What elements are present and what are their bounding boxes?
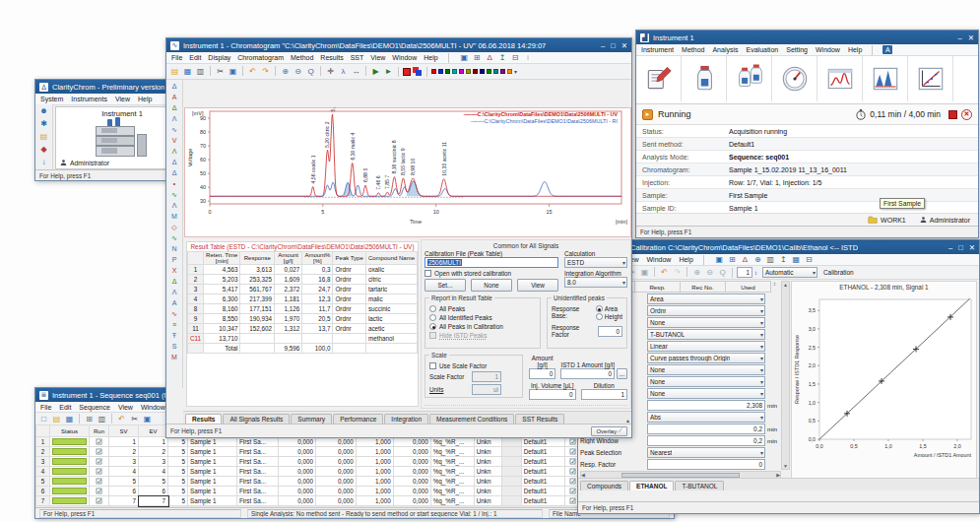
property-select-5[interactable]: Linear▾ (647, 341, 765, 352)
menu-help[interactable]: Help (138, 96, 152, 102)
property-select-6[interactable]: Curve passes through Origin▾ (647, 353, 765, 363)
menu-results[interactable]: Results (320, 54, 343, 61)
logged-user[interactable]: Administrator (60, 159, 109, 166)
peak-tool-icon-6[interactable]: V (172, 136, 177, 146)
column-header-status[interactable]: Status (50, 425, 90, 437)
ev-cell[interactable]: 7 (139, 496, 168, 506)
sequence-row-1[interactable]: 1115Sample 1First Sa...0,0000,0001,0000,… (36, 437, 609, 447)
table-row[interactable]: 46,300217,3991,18112,3Ordnrmalic (188, 294, 418, 304)
signal-color-6[interactable] (466, 69, 471, 74)
dilution-input[interactable]: 1 (581, 389, 628, 400)
istd-amount-input[interactable]: 0 (560, 368, 615, 379)
use-scale-checkbox[interactable]: Use Scale Factor (429, 362, 518, 369)
signal-spinner[interactable]: 1 (737, 267, 752, 278)
titlebar-calibration[interactable]: ⊿ Calibration C:\ClarityChrom\DataFiles\… (578, 240, 979, 254)
titlebar-chromatogram[interactable]: ∿ Instrument 1 - Chromatogram "C:\Clarit… (166, 38, 631, 52)
maximize-button[interactable]: □ (958, 243, 963, 252)
grid-header-used[interactable]: Used (726, 281, 771, 293)
overlay-button[interactable]: Overlay ⟋ (591, 426, 627, 436)
calculation-select[interactable]: ESTD▾ (564, 257, 627, 268)
calib-file-input[interactable]: 2506MULTI (425, 257, 558, 268)
property-select-14[interactable]: Nearest▾ (647, 447, 765, 458)
window-icon[interactable]: ▣ (459, 52, 470, 63)
device-monitor-button[interactable] (772, 56, 817, 101)
property-input-13[interactable]: 0,2 (647, 435, 765, 446)
report-option-2[interactable]: All Identified Peaks (429, 314, 536, 321)
tab-measurement-conditions[interactable]: Measurement Conditions (429, 414, 514, 424)
peak-tool-icon-21[interactable]: A (172, 298, 177, 308)
save-icon[interactable]: ▦ (791, 254, 802, 265)
data-acquisition-button[interactable] (817, 56, 863, 101)
shield-icon[interactable]: ◆ (35, 143, 52, 156)
user-indicator[interactable]: Administrator (920, 216, 970, 224)
peak-tool-icon-12[interactable]: Λ (172, 201, 177, 211)
menu-chromatogram[interactable]: Chromatogram (237, 54, 284, 61)
new-icon[interactable]: □ (38, 414, 49, 424)
tools-icon[interactable]: ✛ (325, 66, 336, 77)
undo-icon[interactable]: ↶ (247, 66, 258, 77)
menu-window[interactable]: Window (816, 46, 840, 53)
menu-view[interactable]: View (370, 54, 385, 61)
export-icon[interactable]: ↥ (778, 254, 789, 265)
ev-cell[interactable]: 1 (139, 437, 168, 447)
signal-color-10[interactable] (493, 69, 498, 74)
signal-color-2[interactable] (438, 69, 443, 74)
menu-method[interactable]: Method (291, 54, 313, 61)
table-row[interactable]: 88,160177,1511,12611,7Ordnrsuccinic (188, 304, 418, 314)
cut-icon[interactable]: ✂ (215, 66, 226, 77)
menu-view[interactable]: View (115, 96, 130, 102)
report-icon[interactable]: ▥ (765, 254, 776, 265)
table-row[interactable]: 98,550190,9341,97020,5Ordnrlactic (188, 314, 418, 324)
area-radio[interactable]: Area (596, 305, 622, 312)
signal-color-4[interactable] (452, 69, 457, 74)
menu-file[interactable]: File (171, 54, 182, 61)
menu-view[interactable]: View (118, 404, 133, 411)
tab-integration[interactable]: Integration (384, 414, 428, 424)
spin-icon[interactable]: ↕ (773, 281, 776, 293)
property-select-7[interactable]: None▾ (647, 364, 765, 375)
panels-icon[interactable]: ⊞ (472, 52, 483, 63)
report-option-1[interactable]: All Peaks (429, 305, 536, 312)
grid-header-rec-no-[interactable]: Rec No. (681, 281, 726, 293)
undo-icon[interactable]: ↶ (116, 414, 127, 424)
project-indicator[interactable]: WORK1 (868, 216, 906, 224)
run-checkbox[interactable] (90, 496, 109, 506)
vertical-scrollbar[interactable]: ▲▼ (781, 281, 790, 470)
info-icon[interactable]: i (523, 52, 534, 63)
cut-icon[interactable]: ✂ (129, 414, 140, 424)
titlebar-instrument[interactable]: ▟ Instrument 1 –✕ (636, 31, 978, 44)
menu-display[interactable]: Display (208, 54, 230, 61)
inj-volume-input[interactable]: 0 (529, 389, 576, 400)
tab-ethanol[interactable]: ETHANOL (629, 481, 674, 490)
menu-help[interactable]: Help (679, 256, 692, 263)
print-icon[interactable]: ▥ (97, 414, 107, 424)
export-icon[interactable]: ↥ (497, 52, 508, 63)
run-checkbox[interactable] (90, 447, 109, 457)
peak-tool-icon-5[interactable]: ∿ (171, 125, 177, 135)
chromatogram-window-button[interactable] (863, 56, 908, 101)
response-factor-input[interactable]: 0 (598, 326, 622, 337)
tab-results[interactable]: Results (185, 414, 222, 424)
table-row[interactable]: C1113,710methanol (188, 334, 418, 344)
column-header-ev[interactable]: EV (139, 425, 168, 437)
calibration-curve-chart[interactable]: 0,00,51,01,52,02,53,03,50,00,51,01,52,0A… (792, 294, 977, 477)
menu-setting[interactable]: Setting (786, 46, 808, 53)
peak-tool-icon-15[interactable]: ∿ (171, 233, 177, 243)
peak-tool-icon-25[interactable]: S (172, 342, 177, 352)
lambda-icon[interactable]: λ (338, 66, 349, 77)
run-checkbox[interactable] (90, 467, 109, 477)
open-icon[interactable]: ▤ (51, 414, 62, 424)
table-row[interactable]: Total9,596100,0 (188, 344, 418, 354)
none-button[interactable]: None (471, 279, 512, 292)
property-select-8[interactable]: None▾ (647, 376, 765, 387)
menu-instruments[interactable]: Instruments (71, 96, 107, 102)
sequence-bottles-button[interactable] (727, 56, 772, 101)
copy-icon[interactable]: ▣ (228, 66, 238, 77)
signal-color-8[interactable] (480, 69, 485, 74)
zoom-icon[interactable]: ⊕ (752, 254, 763, 265)
mode-select[interactable]: Automatic▾ (762, 267, 817, 278)
run-checkbox[interactable] (90, 437, 109, 447)
close-button[interactable]: ✕ (969, 243, 975, 252)
menu-help[interactable]: Help (848, 46, 862, 53)
sequence-row-2[interactable]: 2225Sample 1First Sa...0,0000,0001,0000,… (36, 447, 609, 457)
